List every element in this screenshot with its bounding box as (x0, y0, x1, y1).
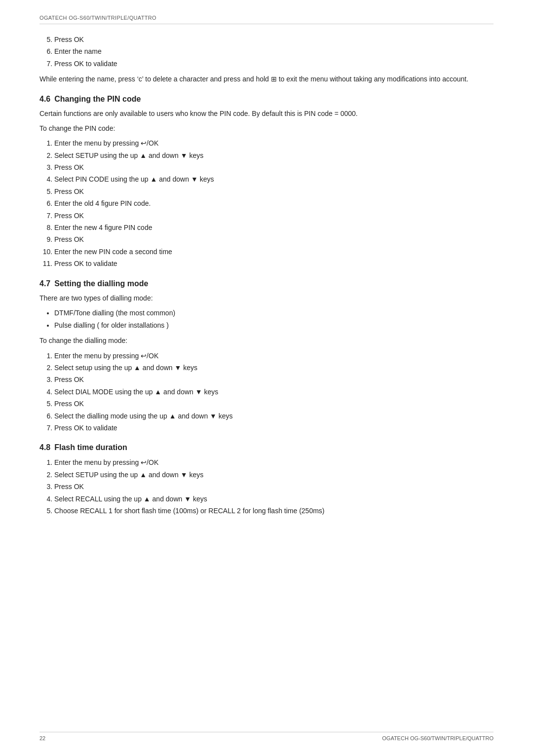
list-item: Select DIAL MODE using the up ▲ and down… (54, 386, 494, 397)
section-48-heading: 4.8Flash time duration (39, 443, 494, 452)
list-item: DTMF/Tone dialling (the most common) (54, 307, 494, 318)
section-46-heading: 4.6Changing the PIN code (39, 95, 494, 104)
section-48-number: 4.8 (39, 443, 50, 452)
list-item: Press OK (54, 234, 494, 245)
section-46: 4.6Changing the PIN code Certain functio… (39, 95, 494, 269)
section-48-steps: Enter the menu by pressing ↩/OK Select S… (54, 457, 494, 516)
header-bar: OGATECH OG-S60/TWIN/TRIPLE/QUATTRO (39, 15, 494, 24)
list-item: Choose RECALL 1 for short flash time (10… (54, 505, 494, 516)
section-46-intro: To change the PIN code: (39, 123, 494, 134)
list-item: Press OK to validate (54, 258, 494, 269)
intro-section: Press OK Enter the name Press OK to vali… (39, 34, 494, 85)
section-48-title: Flash time duration (54, 443, 127, 452)
list-item: Pulse dialling ( for older installations… (54, 320, 494, 331)
intro-note: While entering the name, press ‘c’ to de… (39, 74, 494, 85)
header-text: OGATECH OG-S60/TWIN/TRIPLE/QUATTRO (39, 15, 156, 21)
list-item: Select SETUP using the up ▲ and down ▼ k… (54, 469, 494, 480)
intro-list: Press OK Enter the name Press OK to vali… (54, 34, 494, 69)
list-item: Press OK (54, 210, 494, 221)
list-item: Enter the new PIN code a second time (54, 246, 494, 257)
list-item: Enter the menu by pressing ↩/OK (54, 138, 494, 149)
list-item: Select the dialling mode using the up ▲ … (54, 411, 494, 421)
list-item: Enter the menu by pressing ↩/OK (54, 350, 494, 361)
list-item: Enter the menu by pressing ↩/OK (54, 457, 494, 468)
section-46-steps: Enter the menu by pressing ↩/OK Select S… (54, 138, 494, 269)
list-item: Press OK (54, 186, 494, 197)
list-item: Select RECALL using the up ▲ and down ▼ … (54, 493, 494, 504)
section-47-description: There are two types of dialling mode: (39, 293, 494, 304)
section-47-bullets: DTMF/Tone dialling (the most common) Pul… (54, 307, 494, 331)
list-item: Select SETUP using the up ▲ and down ▼ k… (54, 150, 494, 161)
list-item: Enter the old 4 figure PIN code. (54, 198, 494, 209)
list-item: Press OK (54, 34, 494, 45)
section-47-steps: Enter the menu by pressing ↩/OK Select s… (54, 350, 494, 434)
page-number: 22 (39, 735, 45, 741)
list-item: Press OK (54, 398, 494, 409)
list-item: Press OK (54, 374, 494, 385)
list-item: Select setup using the up ▲ and down ▼ k… (54, 362, 494, 373)
list-item: Enter the name (54, 46, 494, 57)
section-46-description: Certain functions are only available to … (39, 109, 494, 119)
section-48: 4.8Flash time duration Enter the menu by… (39, 443, 494, 516)
list-item: Press OK (54, 162, 494, 173)
section-46-number: 4.6 (39, 95, 50, 103)
footer-bar: 22 OGATECH OG-S60/TWIN/TRIPLE/QUATTRO (39, 732, 494, 741)
list-item: Select PIN CODE using the up ▲ and down … (54, 174, 494, 185)
footer-right-text: OGATECH OG-S60/TWIN/TRIPLE/QUATTRO (382, 735, 494, 741)
section-47-heading: 4.7Setting the dialling mode (39, 279, 494, 288)
page: OGATECH OG-S60/TWIN/TRIPLE/QUATTRO Press… (0, 0, 533, 756)
list-item: Press OK to validate (54, 422, 494, 433)
section-47-intro: To change the dialling mode: (39, 336, 494, 346)
section-46-title: Changing the PIN code (54, 95, 141, 103)
section-47-number: 4.7 (39, 279, 50, 288)
section-47-title: Setting the dialling mode (54, 279, 148, 288)
list-item: Press OK to validate (54, 58, 494, 69)
section-47: 4.7Setting the dialling mode There are t… (39, 279, 494, 434)
list-item: Enter the new 4 figure PIN code (54, 222, 494, 233)
list-item: Press OK (54, 481, 494, 492)
